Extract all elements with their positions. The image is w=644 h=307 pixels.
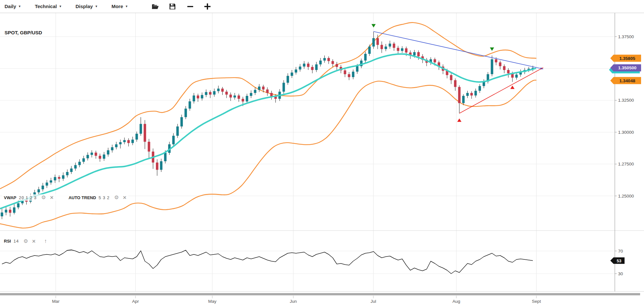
- vwap-indicator-params: 20 1 2 3: [19, 195, 37, 200]
- auto-trend-remove-icon[interactable]: ✕: [123, 195, 127, 200]
- candle-up: [258, 86, 261, 90]
- candle-up: [385, 47, 387, 49]
- candle-up: [181, 117, 183, 127]
- display-dropdown-label: Display: [76, 4, 93, 9]
- candle-up: [246, 96, 248, 101]
- candle-up: [193, 96, 195, 101]
- chevron-down-icon: ▾: [19, 5, 21, 8]
- candle-up: [176, 126, 179, 136]
- candle-up: [213, 91, 216, 95]
- candle-down: [499, 63, 501, 66]
- last-price-badge: 1.350500: [610, 64, 641, 71]
- candle-up: [131, 140, 134, 143]
- candle-up: [46, 183, 48, 186]
- candle-down: [242, 99, 244, 101]
- candle-down: [95, 153, 97, 156]
- candle-up: [474, 91, 477, 96]
- candle-down: [381, 45, 383, 49]
- more-dropdown[interactable]: More ▾: [111, 4, 127, 9]
- folder-open-icon[interactable]: [151, 3, 159, 10]
- candle-up: [62, 175, 64, 179]
- triangle-up-marker: [510, 85, 515, 89]
- candle-down: [335, 64, 338, 67]
- candle-up: [140, 124, 142, 134]
- candle-up: [107, 150, 110, 154]
- toolbar: Daily ▾ Technical ▾ Display ▾ More ▾: [0, 0, 644, 13]
- time-scrollbar[interactable]: [0, 293, 640, 295]
- candlesticks: [1, 32, 534, 219]
- candle-up: [295, 70, 297, 73]
- candle-up: [164, 153, 167, 161]
- candle-up: [491, 59, 493, 74]
- candle-down: [148, 142, 150, 152]
- candle-up: [462, 96, 465, 103]
- candle-down: [225, 92, 228, 95]
- candle-down: [327, 58, 330, 61]
- save-icon[interactable]: [169, 3, 176, 10]
- candle-up: [70, 168, 73, 172]
- auto-trend-settings-gear-icon[interactable]: ⚙: [114, 195, 119, 200]
- vwap-remove-icon[interactable]: ✕: [50, 195, 54, 200]
- price-tick-label: 1.27500: [618, 162, 634, 166]
- candle-up: [82, 158, 85, 162]
- triangle-down-marker: [490, 48, 494, 51]
- candle-down: [434, 59, 436, 62]
- candle-up: [172, 136, 175, 144]
- vwap-settings-gear-icon[interactable]: ⚙: [41, 195, 46, 200]
- indicator-row-rsi: RSI 14 ⚙ ✕ ↑: [2, 238, 49, 244]
- chevron-down-icon: ▾: [59, 5, 61, 8]
- candle-up: [160, 161, 163, 170]
- candle-up: [135, 134, 138, 140]
- candle-up: [389, 44, 391, 47]
- move-pane-up-icon[interactable]: ↑: [44, 238, 47, 244]
- lower-band-line: [0, 80, 536, 228]
- zoom-in-icon[interactable]: [204, 3, 211, 10]
- candle-up: [291, 73, 293, 76]
- month-label: Jul: [370, 299, 376, 304]
- candle-up: [478, 86, 481, 91]
- candle-up: [111, 147, 113, 150]
- rsi-tick-label: 30: [618, 271, 623, 276]
- candle-up: [54, 177, 56, 180]
- zoom-out-icon[interactable]: [187, 3, 193, 10]
- candle-down: [9, 210, 11, 213]
- candle-up: [184, 108, 187, 117]
- candle-up: [515, 74, 518, 77]
- technical-dropdown[interactable]: Technical ▾: [35, 4, 61, 9]
- indicator-row-vwap: VWAP 20 1 2 3 ⚙ ✕ AUTO TREND 5 3 2 ⚙ ✕: [2, 194, 128, 201]
- candle-down: [58, 177, 61, 179]
- svg-text:53: 53: [617, 258, 621, 263]
- month-label: Sept: [532, 299, 541, 304]
- candle-up: [368, 47, 371, 54]
- auto-trend-indicator-label: AUTO TREND: [68, 195, 96, 200]
- candle-up: [217, 89, 220, 91]
- candle-up: [315, 64, 318, 70]
- trading-app: Daily ▾ Technical ▾ Display ▾ More ▾: [0, 0, 644, 307]
- rsi-remove-icon[interactable]: ✕: [32, 239, 36, 244]
- candle-up: [90, 153, 93, 155]
- candle-down: [209, 92, 212, 95]
- vwap-indicator-label: VWAP: [4, 195, 16, 200]
- timeframe-dropdown[interactable]: Daily ▾: [5, 4, 20, 9]
- chart-canvas[interactable]: 1.375001.325001.300001.275001.2500070301…: [0, 0, 644, 307]
- candle-up: [319, 61, 322, 64]
- rsi-settings-gear-icon[interactable]: ⚙: [23, 239, 28, 244]
- candle-up: [299, 66, 301, 69]
- rsi-pane: [2, 250, 533, 274]
- candle-up: [323, 58, 326, 61]
- candle-down: [507, 70, 510, 73]
- candle-up: [287, 76, 289, 83]
- candle-up: [123, 140, 126, 142]
- lower-band-badge: 1.34048: [610, 77, 641, 84]
- trendline-support[interactable]: [459, 68, 543, 113]
- candle-down: [197, 96, 199, 98]
- display-dropdown[interactable]: Display ▾: [76, 4, 97, 9]
- candle-up: [78, 162, 81, 165]
- vwap-line: [0, 54, 535, 209]
- candle-up: [119, 142, 122, 144]
- timeframe-dropdown-label: Daily: [5, 4, 16, 9]
- candle-up: [201, 95, 204, 98]
- candle-down: [458, 87, 461, 103]
- candle-down: [405, 48, 408, 52]
- candle-down: [393, 44, 395, 48]
